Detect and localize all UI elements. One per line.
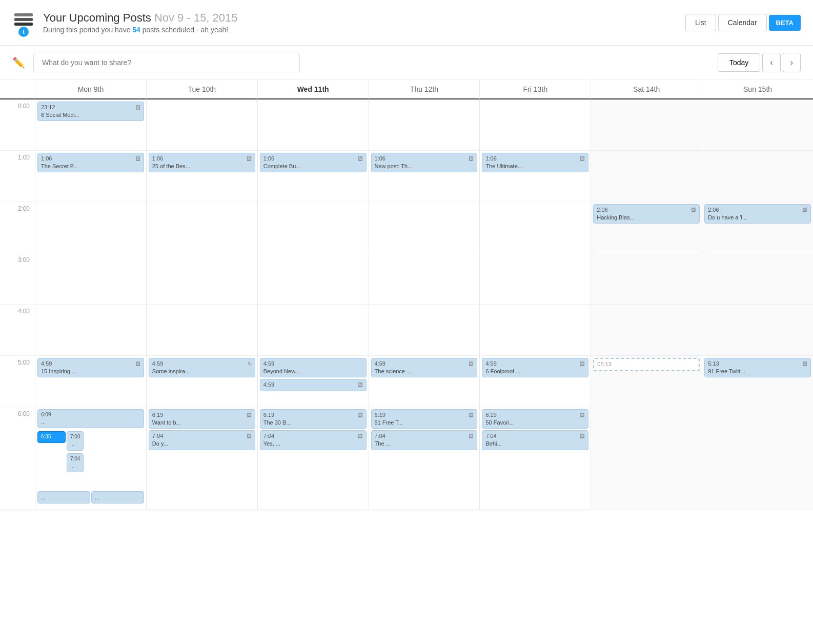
cell-5-tue: 4:59↻ Some inspira... [146,356,257,407]
event-time: 4:59🖼 [485,360,585,367]
cell-6-thu: 6:19🖼 91 Free T... 7:04🖼 The ... [369,407,480,510]
event-time: 6:19🖼 [485,412,585,418]
event-card[interactable]: 7:04🖼 Behi... [482,430,588,450]
cell-0-wed [257,99,369,151]
prev-button[interactable]: ‹ [762,53,780,72]
cell-5-fri: 4:59🖼 6 Foolproof ... [479,356,591,407]
event-card[interactable]: 4:59🖼 15 Inspiring ... [37,358,144,377]
svg-rect-0 [14,23,33,26]
image-icon: 🖼 [247,433,252,439]
cell-0-thu [369,99,480,151]
cell-2-fri [479,202,591,253]
event-time: 7:04🖼 [375,433,474,439]
twitter-badge: t [18,27,29,37]
compose-input[interactable] [33,53,300,72]
event-card[interactable]: 2:06🖼 Do u have a 'l... [704,204,811,224]
event-card-active[interactable]: 6:35 [37,431,66,443]
image-icon: 🖼 [469,361,474,367]
day-header-fri: Fri 13th [479,80,591,99]
cell-5-thu: 4:59🖼 The science ... [369,356,480,407]
cell-1-mon: 1:06🖼 The Secret P... [35,151,146,202]
cell-6-sun [702,407,813,510]
calendar-view-button[interactable]: Calendar [718,14,767,31]
header-subtitle: During this period you have 54 posts sch… [43,26,685,34]
event-card[interactable]: 6:19🖼 The 30 B... [260,409,367,429]
event-title: The ... [375,440,474,447]
today-button[interactable]: Today [718,53,760,72]
event-card-mini[interactable]: 7:04 ... [67,453,84,472]
image-icon: 🖼 [691,207,696,213]
event-card[interactable]: 1:06🖼 25 of the Bes... [149,153,255,172]
cell-6-sat [591,407,702,510]
event-card[interactable]: 7:04🖼 Yes, ... [260,430,367,450]
event-card[interactable]: 5:13🖼 91 Free Twitt... [704,358,811,377]
day-header-wed: Wed 11th [257,80,369,99]
event-card-mini[interactable]: 6:09 ... [37,409,144,428]
event-title: ... [95,494,140,501]
event-time: 1:06🖼 [375,155,474,162]
event-card[interactable]: 1:06🖼 The Secret P... [37,153,144,172]
event-time: 4:59🖼 [263,381,363,388]
image-icon: 🖼 [358,412,363,418]
event-card[interactable]: 4:59↻ Some inspira... [149,358,255,377]
day-header-mon: Mon 9th [35,80,146,99]
hour-days-6: 6:09 ... 6:35 7:00 ... [35,407,813,510]
beta-button[interactable]: BETA [769,15,801,31]
hour-days-3 [35,253,813,305]
event-title: Do u have a 'l... [708,214,807,221]
next-button[interactable]: › [783,53,801,72]
event-time: 1:06🖼 [41,155,140,162]
event-card[interactable]: 23:12 🖼 6 Social Medi... [37,102,144,121]
event-title: New post: Th... [375,163,474,170]
event-card[interactable]: 4:59 Beyond New... [260,358,367,377]
cell-3-fri [479,253,591,305]
image-icon: 🖼 [135,361,140,367]
image-icon: 🖼 [469,412,474,418]
event-title: 15 Inspiring ... [41,368,140,375]
cell-4-thu [369,305,480,356]
image-icon: 🖼 [580,156,585,162]
cell-5-wed: 4:59 Beyond New... 4:59🖼 [257,356,369,407]
event-card[interactable]: 4:59🖼 The science ... [371,358,478,377]
svg-rect-1 [14,18,33,21]
event-time: 6:19🖼 [263,412,363,418]
cell-0-mon: 23:12 🖼 6 Social Medi... [35,99,146,151]
event-card[interactable]: 4:59🖼 [260,379,367,391]
date-range: Nov 9 - 15, 2015 [154,11,238,24]
event-title: Yes, ... [263,440,363,447]
edit-icon[interactable]: ✏️ [12,56,25,69]
event-card[interactable]: 7:04🖼 The ... [371,430,478,450]
hour-label-0: 0:00 [0,99,35,151]
event-card-mini[interactable]: ... [37,491,90,504]
event-card[interactable]: 1:06🖼 New post: Th... [371,153,478,172]
event-card-mini[interactable]: 7:00 ... [67,431,84,450]
event-card[interactable]: 1:06🖼 Complete Bu... [260,153,367,172]
event-title: The Secret P... [41,163,140,170]
event-card[interactable]: 4:59🖼 6 Foolproof ... [482,358,588,377]
hour-label-3: 3:00 [0,253,35,305]
event-card-dashed[interactable]: 05:13 [593,358,700,371]
cell-3-thu [369,253,480,305]
event-card[interactable]: 6:19🖼 91 Free T... [371,409,478,429]
event-card[interactable]: 1:06🖼 The Ultimate... [482,153,588,172]
event-card[interactable]: 7:04🖼 Do y... [149,430,255,450]
image-icon: 🖼 [358,382,363,388]
hour-row-6: 6:00 6:09 ... 6:35 [0,407,813,510]
hour-days-1: 1:06🖼 The Secret P... 1:06🖼 25 of the Be… [35,151,813,202]
event-time: 7:04 [70,456,80,461]
cell-4-wed [257,305,369,356]
image-icon: 🖼 [469,433,474,439]
event-title: 91 Free Twitt... [708,368,807,375]
post-count: 54 [132,26,140,34]
cell-3-sun [702,253,813,305]
event-time: 2:06🖼 [597,207,696,213]
event-card[interactable]: 2:06🖼 Hacking Bias... [593,204,700,224]
image-icon: 🖼 [469,156,474,162]
list-view-button[interactable]: List [685,14,716,31]
event-card[interactable]: 6:19🖼 50 Favori... [482,409,588,429]
cell-5-mon: 4:59🖼 15 Inspiring ... [35,356,146,407]
event-card-mini[interactable]: ... [91,491,144,504]
day-headers: Mon 9th Tue 10th Wed 11th Thu 12th Fri 1… [35,80,813,99]
cell-5-sat: 05:13 [591,356,702,407]
event-card[interactable]: 6:19🖼 Want to b... [149,409,255,429]
